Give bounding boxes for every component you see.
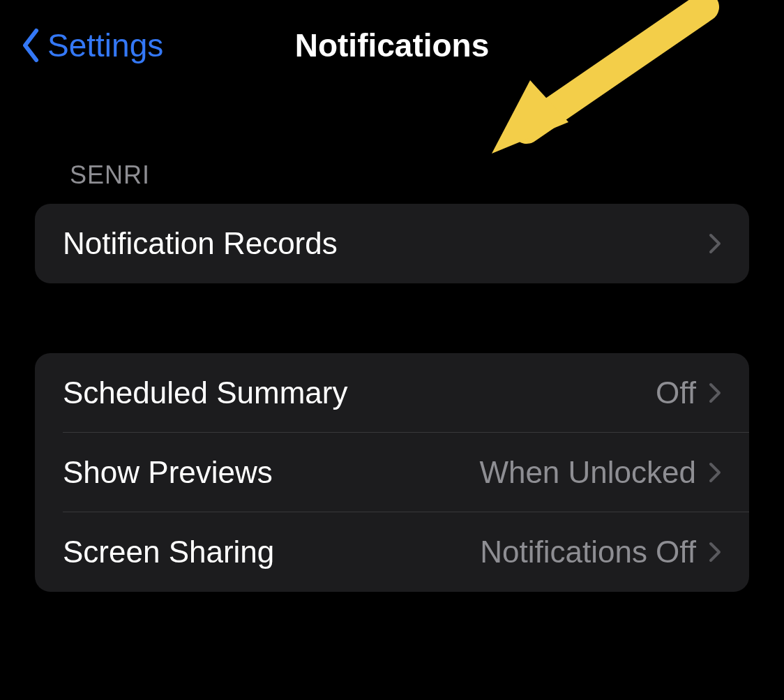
list-item-label: Show Previews: [63, 455, 273, 490]
section-header-senri: SENRI: [35, 84, 749, 204]
list-item-value: When Unlocked: [479, 455, 696, 490]
screen-sharing-row[interactable]: Screen Sharing Notifications Off: [35, 512, 749, 592]
chevron-right-icon: [709, 542, 721, 563]
back-button[interactable]: Settings: [21, 27, 163, 64]
list-group-settings: Scheduled Summary Off Show Previews When…: [35, 353, 749, 592]
list-item-right: Off: [656, 375, 721, 410]
list-group-senri: Notification Records: [35, 204, 749, 283]
back-label: Settings: [47, 27, 163, 64]
navigation-header: Settings Notifications: [0, 0, 784, 84]
list-item-right: [709, 233, 721, 254]
show-previews-row[interactable]: Show Previews When Unlocked: [35, 433, 749, 512]
list-item-label: Screen Sharing: [63, 535, 274, 569]
list-item-label: Notification Records: [63, 226, 338, 261]
page-title: Notifications: [295, 27, 490, 64]
list-item-label: Scheduled Summary: [63, 375, 347, 410]
list-item-value: Off: [656, 375, 696, 410]
chevron-right-icon: [709, 462, 721, 483]
list-item-right: When Unlocked: [479, 455, 721, 490]
chevron-right-icon: [709, 233, 721, 254]
chevron-left-icon: [21, 28, 42, 63]
chevron-right-icon: [709, 382, 721, 403]
list-item-value: Notifications Off: [480, 535, 696, 569]
content-area: SENRI Notification Records Scheduled Sum…: [0, 84, 784, 592]
scheduled-summary-row[interactable]: Scheduled Summary Off: [35, 353, 749, 433]
list-item-right: Notifications Off: [480, 535, 721, 569]
notification-records-row[interactable]: Notification Records: [35, 204, 749, 283]
